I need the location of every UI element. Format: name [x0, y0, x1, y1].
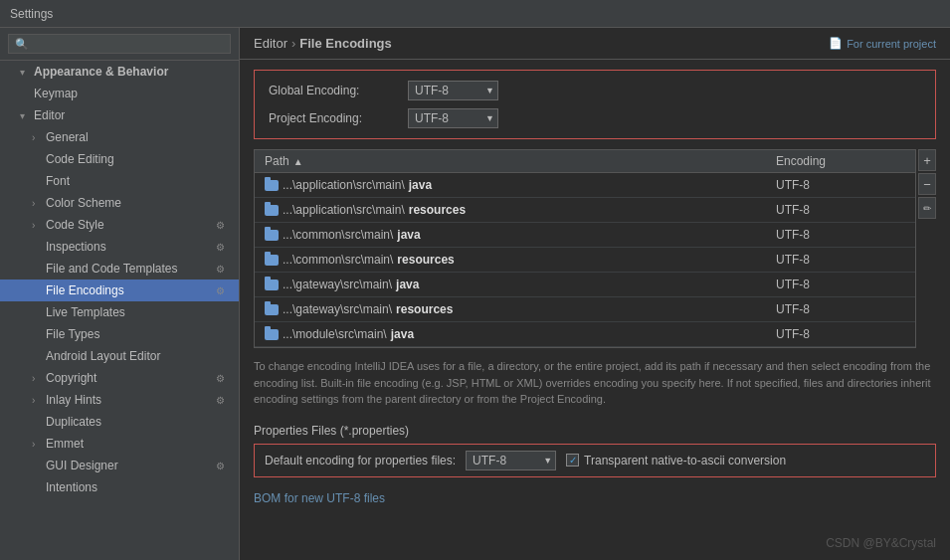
sidebar-item-inlay-hints[interactable]: › Inlay Hints ⚙	[0, 389, 239, 411]
add-button[interactable]: +	[918, 149, 936, 171]
sidebar-item-appearance[interactable]: ▾ Appearance & Behavior	[0, 61, 239, 83]
sidebar-item-label: Color Scheme	[46, 196, 121, 210]
sidebar-item-label: General	[46, 130, 89, 144]
transparent-checkbox-wrapper[interactable]: Transparent native-to-ascii conversion	[566, 454, 786, 467]
path-prefix: ...\gateway\src\main\	[283, 278, 392, 291]
properties-title: Properties Files (*.properties)	[254, 424, 936, 438]
sidebar-item-general[interactable]: › General	[0, 126, 239, 148]
search-box	[0, 28, 239, 61]
path-bold: java	[396, 278, 419, 291]
sidebar-item-label: Appearance & Behavior	[34, 65, 168, 79]
td-path: ...\application\src\main\java	[255, 176, 766, 194]
encoding-header-label: Encoding	[776, 154, 826, 168]
path-prefix: ...\application\src\main\	[283, 203, 405, 217]
table-container: Path ▲ Encoding	[254, 149, 936, 348]
table-row[interactable]: ...\application\src\main\java UTF-8	[255, 173, 915, 198]
path-bold: resources	[396, 302, 453, 316]
sidebar-item-editor[interactable]: ▾ Editor	[0, 104, 239, 126]
th-encoding: Encoding	[766, 150, 915, 172]
td-encoding: UTF-8	[766, 276, 915, 293]
transparent-checkbox[interactable]	[566, 454, 579, 467]
td-path: ...\common\src\main\java	[255, 226, 766, 244]
breadcrumb-separator: ›	[291, 36, 295, 51]
settings-icon: ⚙	[213, 262, 227, 276]
path-bold: resources	[409, 203, 466, 217]
properties-row: Default encoding for properties files: U…	[254, 444, 936, 477]
sidebar-item-label: File and Code Templates	[46, 262, 178, 276]
watermark: CSDN @BY&Crystal	[826, 536, 936, 550]
sidebar-item-file-encodings[interactable]: File Encodings ⚙	[0, 280, 239, 301]
expand-icon: ▾	[20, 110, 32, 121]
content-header: Editor › File Encodings 📄 For current pr…	[240, 28, 950, 60]
global-encoding-select-wrapper: UTF-8 ISO-8859-1 UTF-16 GBK	[408, 81, 498, 100]
global-encoding-row: Global Encoding: UTF-8 ISO-8859-1 UTF-16…	[269, 81, 921, 100]
path-bold: java	[391, 327, 414, 341]
table-row[interactable]: ...\gateway\src\main\resources UTF-8	[255, 297, 915, 322]
table-row[interactable]: ...\application\src\main\resources UTF-8	[255, 198, 915, 223]
content-panel: Editor › File Encodings 📄 For current pr…	[240, 28, 950, 560]
sidebar-item-code-editing[interactable]: Code Editing	[0, 148, 239, 170]
td-encoding: UTF-8	[766, 325, 915, 343]
sidebar-item-label: Code Editing	[46, 152, 114, 166]
td-path: ...\application\src\main\resources	[255, 201, 766, 219]
td-encoding: UTF-8	[766, 176, 915, 194]
sidebar-item-label: Font	[46, 174, 70, 188]
search-input[interactable]	[8, 34, 231, 54]
remove-button[interactable]: −	[918, 173, 936, 195]
folder-icon	[265, 304, 279, 315]
settings-icon: ⚙	[213, 218, 227, 232]
edit-button[interactable]: ✏	[918, 197, 936, 219]
properties-encoding-select[interactable]: UTF-8 ISO-8859-1	[466, 451, 556, 470]
file-table: Path ▲ Encoding	[254, 149, 916, 348]
sidebar-item-live-templates[interactable]: Live Templates	[0, 301, 239, 323]
table-row[interactable]: ...\gateway\src\main\java UTF-8	[255, 273, 915, 297]
encoding-section: Global Encoding: UTF-8 ISO-8859-1 UTF-16…	[254, 70, 936, 139]
properties-section: Properties Files (*.properties) Default …	[254, 424, 936, 477]
sort-icon: ▲	[293, 156, 303, 167]
bom-link[interactable]: BOM for new UTF-8 files	[254, 491, 936, 505]
table-row[interactable]: ...\common\src\main\java UTF-8	[255, 223, 915, 248]
sidebar-item-label: Keymap	[34, 87, 78, 100]
table-side-buttons: + − ✏	[918, 149, 936, 348]
td-path: ...\module\src\main\java	[255, 325, 766, 343]
sidebar-item-file-code-templates[interactable]: File and Code Templates ⚙	[0, 258, 239, 280]
sidebar-item-label: Copyright	[46, 371, 96, 385]
project-encoding-row: Project Encoding: UTF-8 ISO-8859-1 UTF-1…	[269, 108, 921, 128]
sidebar-item-file-types[interactable]: File Types	[0, 323, 239, 345]
path-bold: java	[397, 228, 420, 242]
sidebar-item-duplicates[interactable]: Duplicates	[0, 411, 239, 433]
sidebar-item-gui-designer[interactable]: GUI Designer ⚙	[0, 455, 239, 476]
content-body: Global Encoding: UTF-8 ISO-8859-1 UTF-16…	[240, 60, 950, 560]
sidebar-item-color-scheme[interactable]: › Color Scheme	[0, 192, 239, 214]
sidebar-item-copyright[interactable]: › Copyright ⚙	[0, 367, 239, 389]
global-encoding-select[interactable]: UTF-8 ISO-8859-1 UTF-16 GBK	[408, 81, 498, 100]
window-title: Settings	[10, 7, 53, 21]
folder-icon	[265, 255, 279, 266]
properties-label: Default encoding for properties files:	[265, 454, 456, 467]
table-row[interactable]: ...\common\src\main\resources UTF-8	[255, 248, 915, 273]
for-project-button[interactable]: 📄 For current project	[829, 37, 936, 50]
sidebar-item-font[interactable]: Font	[0, 170, 239, 192]
titlebar: Settings	[0, 0, 950, 28]
project-encoding-label: Project Encoding:	[269, 111, 398, 125]
sidebar-item-label: File Types	[46, 327, 99, 341]
settings-icon: ⚙	[213, 459, 227, 472]
folder-icon	[265, 280, 279, 290]
sidebar-item-inspections[interactable]: Inspections ⚙	[0, 236, 239, 258]
project-encoding-select[interactable]: UTF-8 ISO-8859-1 UTF-16 GBK	[408, 108, 498, 128]
sidebar-item-label: Inlay Hints	[46, 393, 101, 407]
path-prefix: ...\module\src\main\	[283, 327, 387, 341]
settings-icon: ⚙	[213, 240, 227, 254]
sidebar-item-intentions[interactable]: Intentions	[0, 476, 239, 498]
breadcrumb-current: File Encodings	[299, 36, 391, 51]
sidebar-item-android-layout[interactable]: Android Layout Editor	[0, 345, 239, 367]
sidebar-item-label: Intentions	[46, 480, 97, 494]
sidebar-item-label: Code Style	[46, 218, 104, 232]
td-path: ...\gateway\src\main\java	[255, 276, 766, 293]
sidebar-item-code-style[interactable]: › Code Style ⚙	[0, 214, 239, 236]
sidebar-item-emmet[interactable]: › Emmet	[0, 433, 239, 455]
expand-icon: ›	[32, 198, 44, 209]
sidebar-item-label: Android Layout Editor	[46, 349, 160, 363]
sidebar-item-keymap[interactable]: Keymap	[0, 83, 239, 104]
table-row[interactable]: ...\module\src\main\java UTF-8	[255, 322, 915, 347]
